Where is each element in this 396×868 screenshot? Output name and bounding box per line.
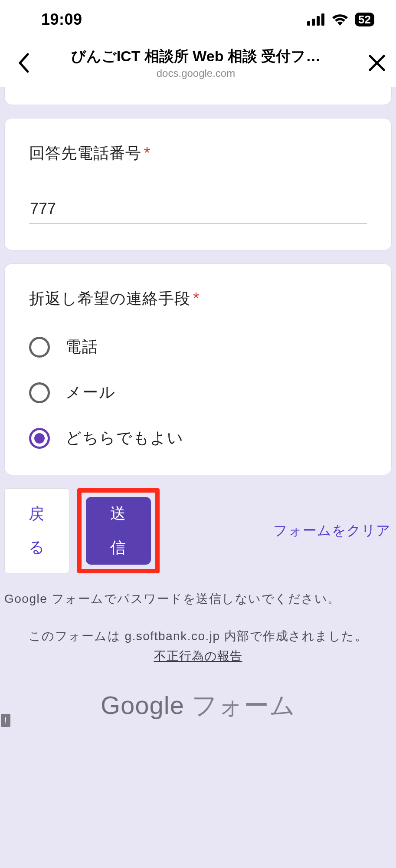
contact-method-label: 折返し希望の連絡手段* [29,288,367,309]
contact-method-card: 折返し希望の連絡手段* 電話 メール どちらでもよい [4,263,392,475]
phone-number-label: 回答先電話番号* [29,143,367,164]
radio-icon-selected [29,428,50,449]
radio-icon [29,382,50,403]
page-url: docs.google.com [36,67,355,79]
close-icon [368,54,386,72]
phone-number-input[interactable] [29,198,367,224]
google-forms-logo: Google フォーム [0,689,396,723]
svg-rect-0 [307,21,310,26]
svg-rect-2 [317,16,320,26]
password-warning-text: Google フォームでパスワードを送信しないでください。 [0,573,396,607]
page-title: びんごICT 相談所 Web 相談 受付フ… [36,46,355,66]
radio-label: 電話 [65,336,98,358]
back-button[interactable] [10,53,36,73]
required-star-icon: * [193,289,200,307]
back-button-char1: 戻 [29,503,45,525]
submit-button-char1: 送 [110,503,127,524]
status-indicators: 52 [307,13,374,26]
radio-dot-icon [34,433,45,444]
info-flag-icon[interactable]: ! [1,714,10,727]
browser-header: びんごICT 相談所 Web 相談 受付フ… docs.google.com [0,39,396,87]
contact-method-radio-group: 電話 メール どちらでもよい [29,336,367,449]
radio-label: メール [65,382,116,403]
google-word: Google [101,691,184,719]
submit-highlight-box: 送 信 [77,488,160,573]
clear-form-link[interactable]: フォームをクリア [273,521,392,540]
phone-number-card: 回答先電話番号* [4,118,392,250]
previous-card-edge [4,87,392,105]
radio-option-either[interactable]: どちらでもよい [29,427,367,449]
form-origin-text: このフォームは g.softbank.co.jp 内部で作成されました。 [0,607,396,644]
report-abuse-link[interactable]: 不正行為の報告 [0,648,396,664]
close-button[interactable] [355,54,386,72]
status-time: 19:09 [41,10,82,29]
battery-level-icon: 52 [355,13,374,26]
radio-option-phone[interactable]: 電話 [29,336,367,358]
back-button-char2: る [29,537,46,558]
wifi-icon [331,13,349,26]
phone-number-label-text: 回答先電話番号 [29,144,141,162]
form-submit-button[interactable]: 送 信 [86,497,151,565]
radio-label: どちらでもよい [65,427,184,449]
contact-method-label-text: 折返し希望の連絡手段 [29,289,190,307]
radio-option-mail[interactable]: メール [29,382,367,403]
svg-rect-3 [321,13,324,26]
chevron-left-icon [17,53,29,73]
svg-rect-1 [312,19,315,26]
form-back-button[interactable]: 戻 る [4,488,69,573]
radio-icon [29,337,50,358]
submit-button-char2: 信 [110,537,127,559]
cellular-signal-icon [307,13,325,26]
required-star-icon: * [144,144,151,162]
forms-word: フォーム [184,691,295,719]
form-actions: 戻 る 送 信 フォームをクリア [0,488,396,573]
status-bar: 19:09 52 [0,0,396,39]
